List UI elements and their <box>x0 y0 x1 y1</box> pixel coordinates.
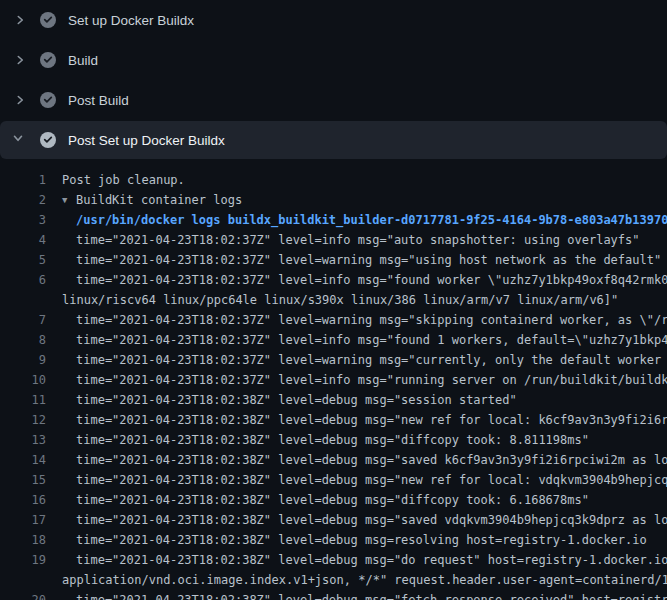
line-number-link[interactable]: 12 <box>0 410 46 430</box>
log-line: 5 ▼ time="2021-04-23T18:02:37Z" level=wa… <box>0 250 667 270</box>
check-circle-icon <box>40 132 56 148</box>
log-line: 12 ▼ time="2021-04-23T18:02:38Z" level=d… <box>0 410 667 430</box>
line-number-link[interactable]: 4 <box>0 230 46 250</box>
log-line: 17 ▼ time="2021-04-23T18:02:38Z" level=d… <box>0 510 667 530</box>
log-line-text: Post job cleanup. <box>62 170 185 190</box>
log-line: 11 ▼ time="2021-04-23T18:02:38Z" level=d… <box>0 390 667 410</box>
line-number-link[interactable]: 17 <box>0 510 46 530</box>
log-line-text: time="2021-04-23T18:02:37Z" level=info m… <box>76 330 667 350</box>
step-header-3[interactable]: Post Set up Docker Buildx <box>0 121 667 159</box>
log-line-text: time="2021-04-23T18:02:38Z" level=debug … <box>76 510 667 530</box>
log-line-text: /usr/bin/docker logs buildx_buildkit_bui… <box>76 210 667 230</box>
chevron-right-icon <box>12 12 28 28</box>
line-number-link[interactable]: 18 <box>0 530 46 550</box>
check-circle-icon <box>40 92 56 108</box>
log-line: 19 ▼ time="2021-04-23T18:02:38Z" level=d… <box>0 550 667 570</box>
log-line: 6 ▼ time="2021-04-23T18:02:37Z" level=in… <box>0 270 667 290</box>
line-number-link[interactable] <box>0 570 46 590</box>
step-header-2[interactable]: Post Build <box>0 80 667 120</box>
line-number-link[interactable]: 16 <box>0 490 46 510</box>
line-number-link[interactable]: 5 <box>0 250 46 270</box>
log-line: ▼ linux/riscv64 linux/ppc64le linux/s390… <box>0 290 667 310</box>
log-line: 9 ▼ time="2021-04-23T18:02:37Z" level=wa… <box>0 350 667 370</box>
line-number-link[interactable]: 19 <box>0 550 46 570</box>
log-line-text: time="2021-04-23T18:02:38Z" level=debug … <box>76 590 667 600</box>
step-label: Build <box>68 53 98 68</box>
log-line: 13 ▼ time="2021-04-23T18:02:38Z" level=d… <box>0 430 667 450</box>
line-number-link[interactable]: 2 <box>0 190 46 210</box>
step-label: Post Build <box>68 93 129 108</box>
line-number-link[interactable] <box>0 290 46 310</box>
log-line: 1 ▼ Post job cleanup. <box>0 170 667 190</box>
log-line: 3 ▼ /usr/bin/docker logs buildx_buildkit… <box>0 210 667 230</box>
chevron-right-icon <box>12 52 28 68</box>
step-header-1[interactable]: Build <box>0 40 667 80</box>
log-line: 14 ▼ time="2021-04-23T18:02:38Z" level=d… <box>0 450 667 470</box>
log-line-text: time="2021-04-23T18:02:38Z" level=debug … <box>76 410 667 430</box>
step-label: Set up Docker Buildx <box>68 13 194 28</box>
log-line: 8 ▼ time="2021-04-23T18:02:37Z" level=in… <box>0 330 667 350</box>
line-number-link[interactable]: 1 <box>0 170 46 190</box>
log-line: 7 ▼ time="2021-04-23T18:02:37Z" level=wa… <box>0 310 667 330</box>
log-line-text: time="2021-04-23T18:02:37Z" level=info m… <box>76 270 667 290</box>
log-line-text: time="2021-04-23T18:02:38Z" level=debug … <box>76 490 589 510</box>
log-line-text: BuildKit container logs <box>76 190 242 210</box>
log-line: 15 ▼ time="2021-04-23T18:02:38Z" level=d… <box>0 470 667 490</box>
log-line: 16 ▼ time="2021-04-23T18:02:38Z" level=d… <box>0 490 667 510</box>
log-line-text: time="2021-04-23T18:02:38Z" level=debug … <box>76 390 517 410</box>
check-circle-icon <box>40 52 56 68</box>
log-line: 18 ▼ time="2021-04-23T18:02:38Z" level=d… <box>0 530 667 550</box>
line-number-link[interactable]: 10 <box>0 370 46 390</box>
log-line-text: time="2021-04-23T18:02:38Z" level=debug … <box>76 530 647 550</box>
log-line: 20 ▼ time="2021-04-23T18:02:38Z" level=d… <box>0 590 667 600</box>
log-line-text: time="2021-04-23T18:02:37Z" level=warnin… <box>76 350 667 370</box>
line-number-link[interactable]: 13 <box>0 430 46 450</box>
log-line-text: time="2021-04-23T18:02:37Z" level=warnin… <box>76 250 661 270</box>
chevron-down-icon <box>12 132 28 148</box>
chevron-right-icon <box>12 92 28 108</box>
log-line: 2 ▼ BuildKit container logs <box>0 190 667 210</box>
log-line-text: linux/riscv64 linux/ppc64le linux/s390x … <box>62 290 618 310</box>
line-number-link[interactable]: 8 <box>0 330 46 350</box>
log-line-text: time="2021-04-23T18:02:37Z" level=warnin… <box>76 310 667 330</box>
steps-list: Set up Docker Buildx Build <box>0 0 667 159</box>
log-line-text: time="2021-04-23T18:02:38Z" level=debug … <box>76 430 589 450</box>
log-line-text: application/vnd.oci.image.index.v1+json,… <box>62 570 667 590</box>
line-number-link[interactable]: 20 <box>0 590 46 600</box>
line-number-link[interactable]: 9 <box>0 350 46 370</box>
check-circle-icon <box>40 12 56 28</box>
group-collapse-arrow-icon[interactable]: ▼ <box>62 190 76 210</box>
line-number-link[interactable]: 7 <box>0 310 46 330</box>
line-number-link[interactable]: 6 <box>0 270 46 290</box>
log-line-text: time="2021-04-23T18:02:37Z" level=info m… <box>76 230 640 250</box>
log-line-text: time="2021-04-23T18:02:37Z" level=info m… <box>76 370 667 390</box>
line-number-link[interactable]: 3 <box>0 210 46 230</box>
line-number-link[interactable]: 11 <box>0 390 46 410</box>
log-line: ▼ application/vnd.oci.image.index.v1+jso… <box>0 570 667 590</box>
line-number-link[interactable]: 14 <box>0 450 46 470</box>
log-line: 10 ▼ time="2021-04-23T18:02:37Z" level=i… <box>0 370 667 390</box>
log-line: 4 ▼ time="2021-04-23T18:02:37Z" level=in… <box>0 230 667 250</box>
actions-log-viewer: Set up Docker Buildx Build <box>0 0 667 600</box>
log-lines: 1 ▼ Post job cleanup. 2 ▼ BuildKit conta… <box>0 160 667 600</box>
step-header-0[interactable]: Set up Docker Buildx <box>0 0 667 40</box>
log-line-text: time="2021-04-23T18:02:38Z" level=debug … <box>76 450 667 470</box>
log-line-text: time="2021-04-23T18:02:38Z" level=debug … <box>76 470 667 490</box>
line-number-link[interactable]: 15 <box>0 470 46 490</box>
step-label: Post Set up Docker Buildx <box>68 133 225 148</box>
log-line-text: time="2021-04-23T18:02:38Z" level=debug … <box>76 550 667 570</box>
